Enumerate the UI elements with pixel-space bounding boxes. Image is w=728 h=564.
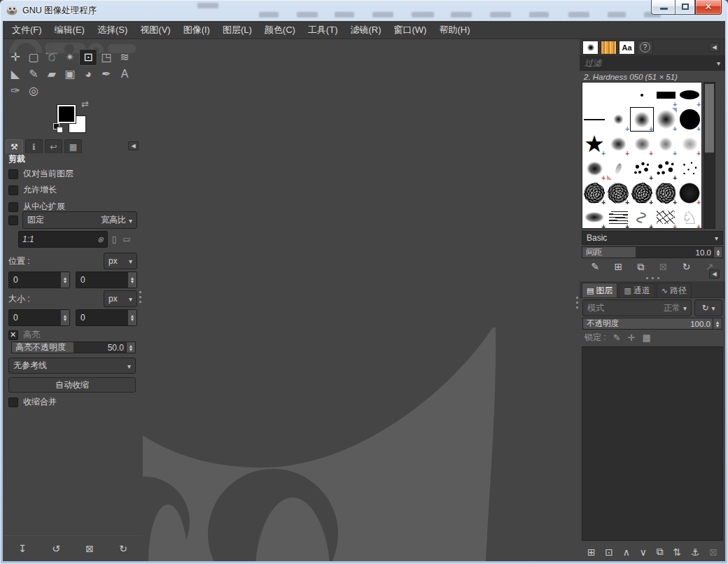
position-x-spinner[interactable]: 0 ▲▼: [8, 272, 70, 288]
free-select-tool[interactable]: ➰: [43, 49, 61, 66]
size-unit-dropdown[interactable]: px: [104, 290, 137, 307]
color-picker-tool[interactable]: ✑: [6, 83, 24, 99]
tab-menu-button[interactable]: ◀: [709, 43, 720, 52]
brush-pepper[interactable]: [582, 205, 606, 229]
option-current-layer-only[interactable]: 仅对当前图层: [8, 168, 137, 180]
highlight-checkbox[interactable]: [8, 330, 18, 340]
checkbox[interactable]: [8, 169, 18, 179]
guides-dropdown[interactable]: 无参考线: [8, 358, 136, 374]
menu-edit[interactable]: 编辑(E): [48, 21, 91, 39]
brush-texture-cell[interactable]: [630, 181, 654, 205]
fixed-checkbox[interactable]: [8, 216, 18, 225]
tab-layers[interactable]: ▤图层: [582, 283, 617, 297]
brush-chalk[interactable]: [630, 132, 654, 156]
lower-layer-button[interactable]: ∨: [640, 547, 647, 558]
clear-icon[interactable]: ⊗: [97, 235, 104, 244]
spin-down-icon[interactable]: ▼: [63, 280, 68, 283]
brush-chalk[interactable]: [606, 132, 630, 156]
brush-scrollbar[interactable]: [704, 82, 715, 229]
size-height-spinner[interactable]: 0 ▲▼: [76, 309, 137, 326]
rectangle-select-tool[interactable]: ▢: [24, 49, 43, 66]
default-colors-icon[interactable]: [53, 123, 64, 134]
delete-brush-button[interactable]: ⊠: [659, 261, 668, 272]
menu-help[interactable]: 帮助(H): [433, 21, 476, 39]
brush-texture-cell[interactable]: [654, 181, 678, 205]
brush-spacing-slider[interactable]: 间距 10.0 ▲▼: [582, 246, 723, 258]
pane-resize-grip[interactable]: [139, 291, 142, 303]
tab-menu-button[interactable]: ◀: [709, 269, 720, 279]
refresh-brushes-button[interactable]: ↻: [682, 261, 691, 272]
bucket-fill-tool[interactable]: ◣: [6, 66, 24, 83]
canvas-area[interactable]: [143, 39, 575, 561]
transform-tool[interactable]: ◳: [97, 49, 115, 66]
autoshrink-button[interactable]: 自动收缩: [8, 377, 136, 393]
paintbrush-tool[interactable]: ✎: [24, 66, 43, 83]
warp-transform-tool[interactable]: ≋: [115, 49, 134, 66]
spin-down-icon[interactable]: ▼: [715, 324, 720, 327]
tab-undo-history[interactable]: ↩: [45, 139, 62, 153]
eraser-tool[interactable]: ▰: [43, 66, 61, 83]
crop-tool[interactable]: ⊡: [79, 49, 97, 66]
new-layer-group-button[interactable]: ⊡: [605, 547, 613, 558]
brush-chalk[interactable]: [654, 132, 678, 156]
minimize-button[interactable]: [651, 0, 675, 15]
brush-texture-cell[interactable]: [678, 181, 701, 205]
new-brush-button[interactable]: ⊞: [615, 261, 623, 272]
brush-wisp[interactable]: [606, 156, 630, 181]
lock-alpha-button[interactable]: ▦: [642, 332, 650, 343]
menu-select[interactable]: 选择(S): [91, 21, 134, 39]
spin-down-icon[interactable]: ▼: [63, 318, 68, 321]
tab-device-status[interactable]: ℹ: [25, 139, 43, 153]
tab-menu-button[interactable]: ◀: [128, 141, 139, 150]
clone-tool[interactable]: ▣: [61, 66, 79, 83]
brush-chalk[interactable]: [678, 132, 701, 156]
foreground-color-swatch[interactable]: [57, 105, 76, 123]
zoom-tool[interactable]: ◎: [24, 83, 43, 99]
checkbox[interactable]: [8, 202, 18, 212]
brush-splatter[interactable]: [630, 156, 654, 181]
tab-channels[interactable]: ▥通道: [619, 283, 654, 297]
brush-tag-entry[interactable]: Basic: [582, 231, 723, 245]
menu-filters[interactable]: 滤镜(R): [344, 21, 387, 39]
text-tool[interactable]: A: [115, 66, 134, 83]
brush-vine[interactable]: ∿: [630, 205, 654, 229]
save-tool-preset-button[interactable]: ↧: [18, 543, 27, 554]
close-button[interactable]: ✕: [695, 0, 722, 15]
tab-document-history[interactable]: ?: [637, 41, 653, 55]
brush-block-ellipse[interactable]: [678, 83, 701, 107]
layer-mode-switch-button[interactable]: ↻: [694, 299, 722, 316]
delete-tool-preset-button[interactable]: ⊠: [85, 543, 94, 554]
landscape-button[interactable]: ▭: [120, 232, 133, 246]
menu-windows[interactable]: 窗口(W): [388, 21, 433, 39]
edit-brush-button[interactable]: ✎: [592, 261, 600, 272]
brush-splatter[interactable]: [654, 156, 678, 181]
option-shrink-merged[interactable]: 收缩合并: [8, 396, 137, 408]
menu-file[interactable]: 文件(F): [6, 21, 48, 39]
layer-opacity-slider[interactable]: 不透明度 100.0 ▲▼: [582, 318, 722, 330]
menu-colors[interactable]: 颜色(C): [258, 21, 302, 39]
move-tool[interactable]: ✛: [6, 49, 24, 66]
brush-block-rect[interactable]: [654, 83, 678, 107]
fuzzy-select-tool[interactable]: ✴: [61, 49, 79, 66]
filter-input[interactable]: 过滤: [584, 57, 717, 69]
layer-mode-dropdown[interactable]: 模式 正常: [582, 299, 692, 316]
duplicate-layer-button[interactable]: ⧉: [657, 546, 664, 558]
size-width-spinner[interactable]: 0 ▲▼: [8, 309, 70, 326]
spin-down-icon[interactable]: ▼: [129, 348, 134, 351]
menu-tools[interactable]: 工具(T): [302, 21, 344, 39]
anchor-layer-button[interactable]: ⚓: [691, 547, 700, 558]
chevron-down-icon[interactable]: [717, 58, 720, 68]
highlight-opacity-slider[interactable]: 高亮不透明度 50.0 ▲▼: [11, 341, 136, 353]
lock-position-button[interactable]: ✛: [628, 332, 636, 343]
titlebar[interactable]: GNU 图像处理程序 ✕: [0, 0, 728, 21]
brush-soft-small[interactable]: [606, 107, 630, 132]
brush-blank[interactable]: [606, 83, 630, 107]
brush-hatch[interactable]: [606, 205, 630, 229]
scrollbar-thumb[interactable]: [705, 84, 714, 153]
lock-pixels-button[interactable]: ✎: [613, 332, 621, 343]
menu-image[interactable]: 图像(I): [177, 21, 216, 39]
ratio-input[interactable]: 1:1 ⊗: [18, 231, 108, 248]
dock-drag-handle[interactable]: [580, 275, 725, 281]
tab-brushes[interactable]: [582, 41, 598, 55]
swap-colors-icon[interactable]: ⇄: [81, 99, 89, 109]
